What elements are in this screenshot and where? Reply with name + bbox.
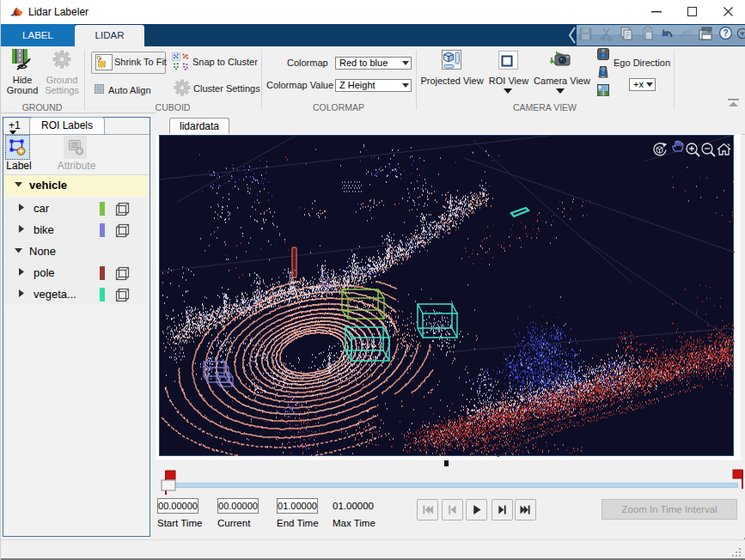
svg-text:?: ? [723,28,728,38]
